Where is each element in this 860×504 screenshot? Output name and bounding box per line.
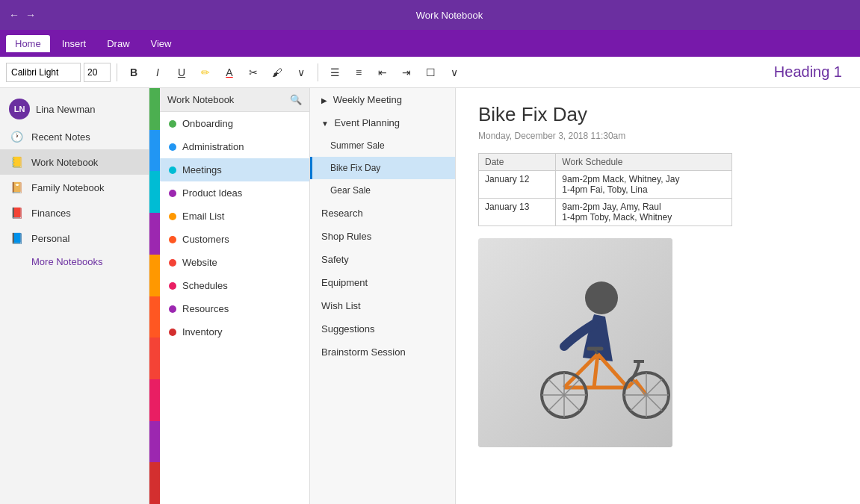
color-tab-2 xyxy=(149,171,160,213)
toolbar-separator-2 xyxy=(318,63,318,81)
page-shop-rules[interactable]: Shop Rules xyxy=(310,225,455,248)
checkbox-button[interactable]: ☐ xyxy=(420,62,441,83)
section-dot-product-ideas xyxy=(169,190,176,197)
bike-image xyxy=(478,238,672,447)
section-label-website: Website xyxy=(182,257,217,268)
table-header-date: Date xyxy=(479,154,556,171)
indent-decrease-button[interactable]: ⇤ xyxy=(372,62,393,83)
page-wish-list[interactable]: Wish List xyxy=(310,294,455,317)
paint-button[interactable]: 🖌 xyxy=(267,62,288,83)
highlight-button[interactable]: ✏ xyxy=(195,62,216,83)
table-cell-schedule-0: 9am-2pm Mack, Whitney, Jay 1-4pm Fai, To… xyxy=(556,171,732,199)
section-dot-email-list xyxy=(169,213,176,220)
section-inventory[interactable]: Inventory xyxy=(160,320,309,343)
page-label-suggestions: Suggestions xyxy=(321,323,375,335)
pages-panel: ▶ Weekly Meeting ▼ Event Planning Summer… xyxy=(310,88,456,504)
color-tab-9 xyxy=(149,462,160,504)
list-dropdown-button[interactable]: ∨ xyxy=(444,62,465,83)
main-layout: LN Lina Newman 🕐 Recent Notes 📒 Work Not… xyxy=(0,88,860,504)
page-equipment[interactable]: Equipment xyxy=(310,271,455,294)
page-suggestions[interactable]: Suggestions xyxy=(310,317,455,340)
finances-icon: 📕 xyxy=(9,205,24,220)
sidebar-item-label-work-notebook: Work Notebook xyxy=(31,157,98,168)
section-label-administration: Administration xyxy=(182,141,244,152)
section-dot-administration xyxy=(169,143,176,151)
section-schedules[interactable]: Schedules xyxy=(160,274,309,297)
page-gear-sale[interactable]: Gear Sale xyxy=(310,179,455,202)
table-cell-schedule-1: 9am-2pm Jay, Amy, Raul 1-4pm Toby, Mack,… xyxy=(556,199,732,226)
sidebar-item-label-recent-notes: Recent Notes xyxy=(31,131,90,143)
page-label-equipment: Equipment xyxy=(321,277,368,288)
section-dot-meetings xyxy=(169,167,176,174)
user-name: Lina Newman xyxy=(36,104,96,115)
format-chevron[interactable]: ∨ xyxy=(291,62,312,83)
section-administration[interactable]: Administration xyxy=(160,135,309,158)
page-brainstorm-session[interactable]: Brainstorm Session xyxy=(310,340,455,364)
sidebar-item-work-notebook[interactable]: 📒 Work Notebook xyxy=(0,149,149,175)
page-label-shop-rules: Shop Rules xyxy=(321,231,371,242)
forward-button[interactable]: → xyxy=(25,9,36,21)
bullet-list-button[interactable]: ☰ xyxy=(324,62,345,83)
section-label-inventory: Inventory xyxy=(182,326,222,337)
page-bike-fix-day[interactable]: Bike Fix Day xyxy=(310,157,455,179)
page-label-summer-sale: Summer Sale xyxy=(330,140,385,151)
table-row: January 13 9am-2pm Jay, Amy, Raul 1-4pm … xyxy=(479,199,732,226)
font-color-button[interactable]: A xyxy=(219,62,240,83)
section-label-resources: Resources xyxy=(182,303,229,314)
color-tab-1 xyxy=(149,130,160,172)
indent-increase-button[interactable]: ⇥ xyxy=(396,62,417,83)
page-safety[interactable]: Safety xyxy=(310,248,455,271)
search-icon[interactable]: 🔍 xyxy=(290,94,302,105)
sidebar-item-recent-notes[interactable]: 🕐 Recent Notes xyxy=(0,124,149,149)
color-tab-3 xyxy=(149,213,160,255)
more-notebooks-link[interactable]: More Notebooks xyxy=(0,251,149,273)
section-customers[interactable]: Customers xyxy=(160,228,309,251)
italic-button[interactable]: I xyxy=(147,62,168,83)
section-meetings[interactable]: Meetings xyxy=(160,158,309,181)
menu-item-home[interactable]: Home xyxy=(6,35,50,52)
page-event-planning[interactable]: ▼ Event Planning xyxy=(310,111,455,134)
color-tab-7 xyxy=(149,379,160,421)
section-product-ideas[interactable]: Product Ideas xyxy=(160,181,309,205)
eraser-button[interactable]: ✂ xyxy=(243,62,264,83)
schedule-table: Date Work Schedule January 12 9am-2pm Ma… xyxy=(478,153,732,226)
table-cell-date-1: January 13 xyxy=(479,199,556,226)
page-label-safety: Safety xyxy=(321,254,349,265)
numbered-list-button[interactable]: ≡ xyxy=(348,62,369,83)
page-weekly-meeting[interactable]: ▶ Weekly Meeting xyxy=(310,88,455,111)
section-resources[interactable]: Resources xyxy=(160,297,309,320)
table-cell-date-0: January 12 xyxy=(479,171,556,199)
font-size-input[interactable] xyxy=(84,63,111,82)
section-dot-resources xyxy=(169,305,176,313)
page-summer-sale[interactable]: Summer Sale xyxy=(310,134,455,157)
color-tab-5 xyxy=(149,296,160,338)
sidebar-item-finances[interactable]: 📕 Finances xyxy=(0,200,149,225)
section-onboarding[interactable]: Onboarding xyxy=(160,112,309,135)
title-bar-title: Work Notebook xyxy=(48,10,851,21)
color-tabs xyxy=(149,88,160,504)
menu-item-insert[interactable]: Insert xyxy=(53,35,96,52)
section-email-list[interactable]: Email List xyxy=(160,205,309,228)
color-tab-0 xyxy=(149,88,160,130)
sections-panel-wrapper: Work Notebook 🔍 Onboarding Administratio… xyxy=(149,88,310,504)
page-research[interactable]: Research xyxy=(310,202,455,225)
back-button[interactable]: ← xyxy=(9,9,19,21)
section-label-schedules: Schedules xyxy=(182,280,228,291)
menu-item-draw[interactable]: Draw xyxy=(98,35,138,52)
sidebar-item-family-notebook[interactable]: 📔 Family Notebook xyxy=(0,175,149,200)
section-dot-website xyxy=(169,259,176,267)
menu-item-view[interactable]: View xyxy=(142,35,181,52)
underline-button[interactable]: U xyxy=(171,62,192,83)
section-label-onboarding: Onboarding xyxy=(182,118,233,129)
section-website[interactable]: Website xyxy=(160,251,309,274)
user-row[interactable]: LN Lina Newman xyxy=(0,94,149,124)
bold-button[interactable]: B xyxy=(123,62,144,83)
color-tab-4 xyxy=(149,255,160,296)
heading-label: Heading 1 xyxy=(774,63,854,81)
title-bar: ← → Work Notebook xyxy=(0,0,860,30)
sidebar-item-personal[interactable]: 📘 Personal xyxy=(0,225,149,251)
page-title: Bike Fix Day xyxy=(478,103,838,126)
font-name-input[interactable] xyxy=(6,63,81,82)
svg-point-1 xyxy=(585,281,618,314)
page-label-gear-sale: Gear Sale xyxy=(330,185,371,196)
